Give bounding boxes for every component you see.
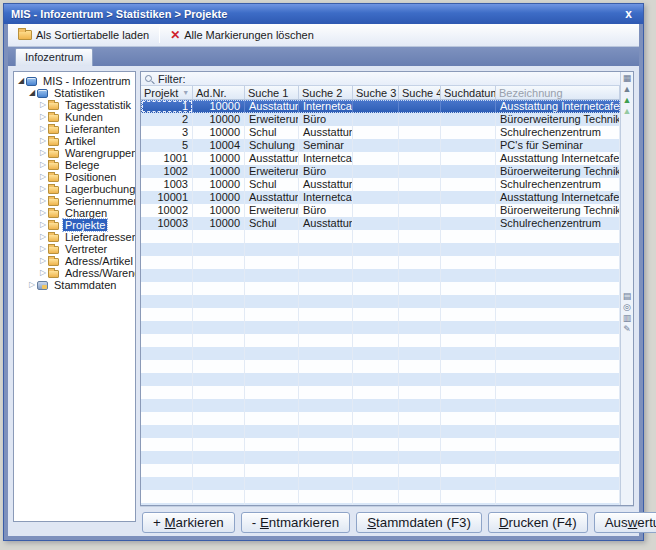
expand-arrow-icon[interactable]: ▷ — [38, 171, 48, 183]
expand-arrow-icon[interactable]: ▷ — [38, 207, 48, 219]
tree-item-statistiken[interactable]: ◢Statistiken — [14, 87, 135, 99]
table-cell — [353, 100, 399, 113]
table-cell — [141, 282, 193, 295]
scroll-prev-icon[interactable] — [622, 106, 633, 117]
database-icon — [26, 77, 38, 86]
tree-item-stammdaten[interactable]: ▷Stammdaten — [14, 279, 135, 291]
table-row[interactable]: 310000SchulAusstattunSchulrechenzentrum — [141, 126, 620, 139]
evaluate-button[interactable]: Auswertung (Return) — [594, 512, 656, 533]
load-as-sort-table-button[interactable]: Als Sortiertabelle laden — [12, 27, 155, 43]
zoom-icon[interactable] — [622, 302, 633, 313]
expand-arrow-icon[interactable]: ▷ — [38, 231, 48, 243]
table-cell — [399, 243, 441, 256]
table-row[interactable]: 1000210000ErweiterunBüroBüroerweiterung … — [141, 204, 620, 217]
folder-icon — [48, 257, 60, 266]
tree-item-lagerbuchungen[interactable]: ▷Lagerbuchungen — [14, 183, 135, 195]
tree-item-mis-infozentrum[interactable]: ◢MIS - Infozentrum — [14, 75, 135, 87]
table-row[interactable]: 100310000SchulAusstattunSchulrechenzentr… — [141, 178, 620, 191]
tree-item-belege[interactable]: ▷Belege — [14, 159, 135, 171]
table-cell: Schulrechenzentrum — [496, 217, 620, 230]
expand-arrow-icon[interactable]: ▷ — [38, 147, 48, 159]
column-chooser-icon[interactable] — [622, 73, 633, 84]
column-header-projekt[interactable]: Projekt▼ — [141, 86, 193, 99]
layout-icon[interactable] — [622, 313, 633, 324]
unmark-button[interactable]: - Entmarkieren — [241, 512, 350, 533]
folder-icon — [48, 113, 60, 122]
table-cell — [193, 438, 245, 451]
tree-item-projekte[interactable]: ▷Projekte — [14, 219, 135, 231]
table-cell — [245, 399, 299, 412]
clear-all-marks-button[interactable]: ✕Alle Markierungen löschen — [164, 27, 320, 43]
table-cell — [141, 347, 193, 360]
column-header-bezeichnung[interactable]: Bezeichnung — [496, 86, 620, 99]
expand-arrow-icon[interactable]: ▷ — [38, 99, 48, 111]
records-icon[interactable] — [622, 291, 633, 302]
expand-arrow-icon[interactable]: ▷ — [38, 195, 48, 207]
expand-arrow-icon[interactable]: ▷ — [38, 159, 48, 171]
tree-item-vertreter[interactable]: ▷Vertreter — [14, 243, 135, 255]
table-cell — [399, 256, 441, 269]
table-row[interactable]: 1000110000AusstattunInternetcaAusstattun… — [141, 191, 620, 204]
tree-item-label: Vertreter — [63, 243, 109, 255]
tree-item-positionen[interactable]: ▷Positionen — [14, 171, 135, 183]
table-cell — [245, 321, 299, 334]
tree-item-adress-warengruppen[interactable]: ▷Adress/Warengruppen — [14, 267, 135, 279]
tree-item-seriennummern[interactable]: ▷Seriennummern — [14, 195, 135, 207]
column-header-suche-1[interactable]: Suche 1 — [245, 86, 299, 99]
table-cell — [399, 282, 441, 295]
table-cell — [399, 425, 441, 438]
table-cell: 10002 — [141, 204, 193, 217]
column-header-suche-3[interactable]: Suche 3 — [353, 86, 399, 99]
table-cell — [399, 217, 441, 230]
table-cell: Internetca — [299, 191, 353, 204]
column-header-ad-nr[interactable]: Ad.Nr. — [193, 86, 245, 99]
expand-arrow-icon[interactable]: ▷ — [38, 123, 48, 135]
expand-arrow-icon[interactable]: ▷ — [38, 183, 48, 195]
column-header-label: Suchdatum — [444, 87, 496, 99]
close-button[interactable]: x — [621, 8, 636, 20]
tree-item-warengruppen[interactable]: ▷Warengruppen — [14, 147, 135, 159]
collapse-arrow-icon[interactable]: ◢ — [27, 87, 37, 99]
table-cell — [245, 308, 299, 321]
tree-item-kunden[interactable]: ▷Kunden — [14, 111, 135, 123]
table-row[interactable]: 100110000AusstattunInternetcaAusstattung… — [141, 152, 620, 165]
table-cell — [299, 490, 353, 503]
print-button[interactable]: Drucken (F4) — [488, 512, 588, 533]
tab-infozentrum[interactable]: Infozentrum — [15, 48, 93, 66]
tree-item-tagesstatistik[interactable]: ▷Tagesstatistik — [14, 99, 135, 111]
table-cell — [299, 425, 353, 438]
expand-arrow-icon[interactable]: ▷ — [38, 255, 48, 267]
column-header-suchdatum[interactable]: Suchdatum — [441, 86, 496, 99]
table-row[interactable]: 100210000ErweiterunBüroBüroerweiterung T… — [141, 165, 620, 178]
table-row[interactable]: 1000310000SchulAusstattunSchulrechenzent… — [141, 217, 620, 230]
column-header-suche-2[interactable]: Suche 2 — [299, 86, 353, 99]
tree-item-lieferadressen[interactable]: ▷Lieferadressen — [14, 231, 135, 243]
expand-arrow-icon[interactable]: ▷ — [38, 267, 48, 279]
expand-arrow-icon[interactable]: ▷ — [38, 135, 48, 147]
edit-icon[interactable] — [622, 324, 633, 335]
table-row[interactable]: 510004SchulungSeminarPC's für Seminar — [141, 139, 620, 152]
scroll-first-icon[interactable] — [622, 84, 633, 95]
tree-item-adress-artikel[interactable]: ▷Adress/Artikel — [14, 255, 135, 267]
expand-arrow-icon[interactable]: ▷ — [38, 219, 48, 231]
filter-label: Filter: — [158, 73, 186, 85]
table-cell — [399, 165, 441, 178]
column-header-suche-4[interactable]: Suche 4 — [399, 86, 441, 99]
expand-arrow-icon[interactable]: ▷ — [38, 243, 48, 255]
tree-item-chargen[interactable]: ▷Chargen — [14, 207, 135, 219]
table-row[interactable]: 110000AusstattunInternetcaAusstattung In… — [141, 100, 620, 113]
table-cell: 1002 — [141, 165, 193, 178]
expand-arrow-icon[interactable]: ▷ — [27, 279, 37, 291]
table-cell — [193, 295, 245, 308]
table-row[interactable]: 210000ErweiterunBüroBüroerweiterung Tech… — [141, 113, 620, 126]
collapse-arrow-icon[interactable]: ◢ — [16, 75, 26, 87]
tree-item-artikel[interactable]: ▷Artikel — [14, 135, 135, 147]
scroll-up-icon[interactable] — [622, 95, 633, 106]
table-cell — [245, 386, 299, 399]
table-cell — [496, 308, 620, 321]
expand-arrow-icon[interactable]: ▷ — [38, 111, 48, 123]
tree-item-lieferanten[interactable]: ▷Lieferanten — [14, 123, 135, 135]
mark-button[interactable]: + Markieren — [142, 512, 235, 533]
filter-row[interactable]: Filter: — [141, 72, 620, 86]
master-data-button[interactable]: Stammdaten (F3) — [356, 512, 482, 533]
